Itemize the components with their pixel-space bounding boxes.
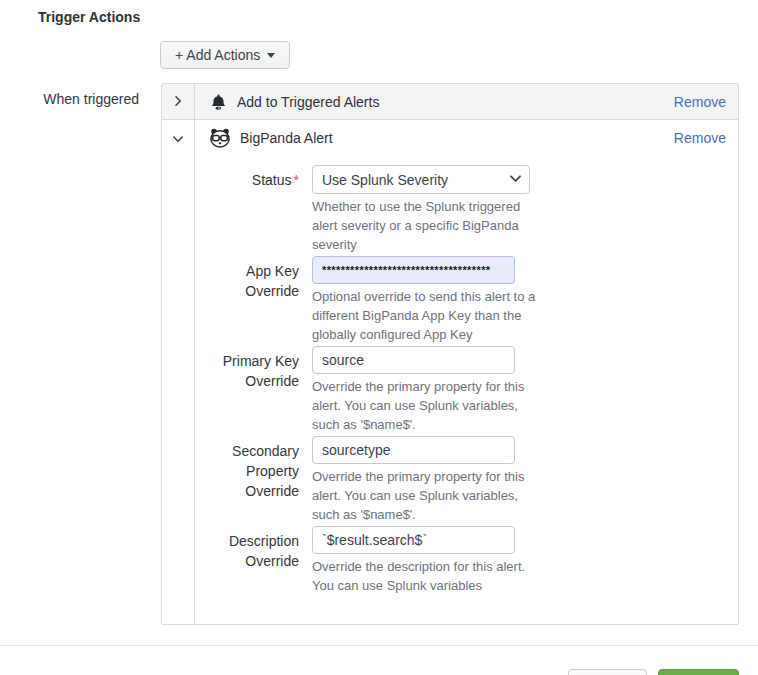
footer-divider (0, 645, 758, 646)
remove-action-link[interactable]: Remove (674, 94, 726, 110)
status-label: Status* (195, 165, 299, 254)
app-key-override-label: App Key Override (195, 256, 299, 344)
remove-action-link[interactable]: Remove (674, 130, 726, 146)
caret-down-icon (267, 53, 275, 58)
when-triggered-label: When triggered (0, 83, 161, 625)
description-override-help-text: Override the description for this alert.… (312, 557, 538, 595)
page-title: Trigger Actions (38, 9, 758, 25)
save-button[interactable]: Save (658, 669, 739, 675)
cancel-button[interactable]: Cancel (568, 669, 648, 675)
bell-icon (209, 93, 228, 112)
secondary-property-override-field-group: Secondary Property Override Override the… (195, 436, 738, 524)
description-override-label: Description Override (195, 526, 299, 595)
primary-key-override-field-group: Primary Key Override Override the primar… (195, 346, 738, 434)
primary-key-override-input[interactable] (312, 346, 515, 374)
description-override-field-group: Description Override Override the descri… (195, 526, 738, 595)
chevron-down-icon (172, 132, 184, 148)
required-marker: * (294, 172, 299, 188)
action-title: BigPanda Alert (240, 130, 333, 146)
primary-key-override-help-text: Override the primary property for this a… (312, 377, 538, 434)
status-select[interactable]: Use Splunk Severity (312, 165, 530, 194)
secondary-property-override-input[interactable] (312, 436, 515, 464)
app-key-override-input[interactable] (312, 256, 515, 284)
app-key-override-help-text: Optional override to send this alert to … (312, 287, 538, 344)
secondary-property-override-label: Secondary Property Override (195, 436, 299, 524)
app-key-override-field-group: App Key Override Optional override to se… (195, 256, 738, 344)
collapse-toggle[interactable] (162, 120, 195, 624)
status-help-text: Whether to use the Splunk triggered aler… (312, 197, 538, 254)
add-actions-label: + Add Actions (175, 47, 260, 63)
action-row-bigpanda: BigPanda Alert Remove Status* Use (162, 120, 738, 624)
action-row-triggered-alerts: Add to Triggered Alerts Remove (162, 84, 738, 120)
chevron-right-icon (172, 94, 184, 110)
action-title: Add to Triggered Alerts (237, 94, 379, 110)
footer-actions: Cancel Save (0, 669, 758, 675)
expand-toggle[interactable] (162, 84, 195, 119)
description-override-input[interactable] (312, 526, 515, 554)
toolbar: + Add Actions (160, 41, 758, 69)
primary-key-override-label: Primary Key Override (195, 346, 299, 434)
bigpanda-alert-form: Status* Use Splunk Severity (195, 156, 738, 624)
status-field-group: Status* Use Splunk Severity (195, 165, 738, 254)
panda-icon (209, 128, 231, 148)
trigger-actions-list: Add to Triggered Alerts Remove (161, 83, 739, 625)
secondary-property-override-help-text: Override the primary property for this a… (312, 467, 538, 524)
add-actions-button[interactable]: + Add Actions (160, 41, 290, 69)
